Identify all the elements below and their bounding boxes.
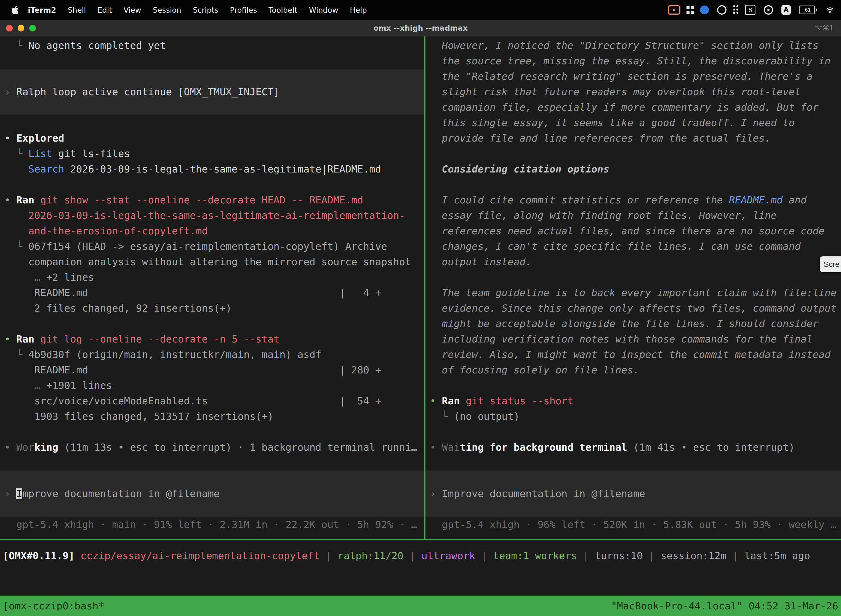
window-grid-icon[interactable] (689, 9, 692, 12)
terminal-segment: └ (430, 411, 454, 422)
terminal-segment: └ (4, 40, 28, 51)
terminal-segment: | (475, 550, 493, 561)
terminal-line: • Ran git show --stat --oneline --decora… (0, 192, 424, 208)
terminal-line: README.md | 280 + (0, 362, 424, 378)
terminal-segment: … (34, 271, 46, 283)
menu-item-session[interactable]: Session (147, 6, 187, 14)
terminal-segment: (11m 13s • esc to interrupt) · 1 backgro… (58, 441, 417, 453)
terminal-blank-line (0, 424, 424, 440)
terminal-segment: Ran (442, 395, 460, 406)
terminal-segment: +2 lines (46, 271, 94, 283)
terminal-segment: ultrawork (421, 550, 475, 561)
terminal-segment (34, 333, 40, 345)
screen-share-overlay[interactable]: Scre (820, 257, 841, 272)
prompt-input-line: › Ralph loop active continue [OMX_TMUX_I… (0, 84, 424, 100)
menu-item-toolbelt[interactable]: Toolbelt (263, 6, 303, 14)
terminal-blank-line (425, 378, 841, 393)
terminal-segment: companion analysis without altering the … (4, 256, 411, 267)
terminal-segment: 2 files changed, 92 insertions(+) (4, 302, 232, 314)
terminal-segment: • (4, 132, 16, 144)
terminal-segment: Ralph loop active continue [OMX_TMUX_INJ… (16, 86, 280, 97)
terminal-segment: provide file and line references from th… (430, 132, 771, 144)
terminal-segment (75, 550, 81, 561)
terminal-segment: └ (4, 148, 28, 159)
terminal-segment: › (4, 488, 16, 499)
window-title-bar[interactable]: omx --xhigh --madmax ⌥⌘1 (0, 20, 841, 37)
dots-grid-icon[interactable] (735, 9, 737, 11)
terminal-line: Considering citation options (425, 161, 841, 177)
terminal-segment: 2026-03-09-is-legal-the-same-as-legitima… (64, 163, 381, 175)
terminal-segment: • (4, 194, 16, 205)
terminal: └ No agents completed yet› Ralph loop ac… (0, 37, 841, 616)
prompt-input-box[interactable]: › Improve documentation in @filename (0, 471, 424, 517)
menu-item-scripts[interactable]: Scripts (187, 6, 224, 14)
terminal-line: 2026-03-09-is-legal-the-same-as-legitima… (0, 208, 424, 223)
menu-item-shell[interactable]: Shell (62, 6, 92, 14)
terminal-segment: Explored (16, 132, 64, 144)
pane-right[interactable]: However, I noticed the "Directory Struct… (425, 37, 841, 539)
terminal-blank-line (425, 455, 841, 471)
apple-menu-icon[interactable] (11, 6, 19, 14)
terminal-segment: Wor (16, 441, 34, 453)
terminal-line: changes, I can't cite specific file line… (425, 239, 841, 254)
menu-item-iterm2[interactable]: iTerm2 (22, 6, 62, 14)
menu-item-profiles[interactable]: Profiles (224, 6, 263, 14)
menu-item-help[interactable]: Help (344, 6, 373, 14)
terminal-segment: changes, I can't cite specific file line… (430, 241, 801, 252)
terminal-blank-line (425, 177, 841, 192)
terminal-blank-line (0, 115, 424, 131)
terminal-segment: git status --short (466, 395, 573, 406)
terminal-segment: › (4, 86, 16, 97)
terminal-line: and-the-erosion-of-copyleft.md (0, 223, 424, 239)
terminal-segment: evidence. Since this change only affects… (430, 302, 837, 314)
terminal-blank-line (0, 316, 424, 331)
menu-item-view[interactable]: View (118, 6, 147, 14)
terminal-segment: git ls-files (52, 148, 130, 159)
terminal-segment: • (4, 333, 16, 345)
terminal-line: this single essay, it seems like a good … (425, 115, 841, 131)
terminal-segment: src/voice/voiceModeEnabled.ts | 54 + (4, 395, 381, 406)
window-shortcut: ⌥⌘1 (815, 20, 834, 37)
menu-item-edit[interactable]: Edit (92, 6, 118, 14)
terminal-segment: might be acceptable alongside the file l… (430, 318, 819, 329)
tmux-host-time: "MacBook-Pro-44.local" 04:52 31-Mar-26 (611, 600, 838, 612)
keypad-icon[interactable]: 8 (745, 5, 756, 15)
terminal-segment: team:1 workers (493, 550, 577, 561)
battery-icon[interactable]: .61 (799, 6, 817, 14)
terminal-segment: this single essay, it seems like a good … (430, 117, 795, 128)
prompt-input-box[interactable]: › Improve documentation in @filename (425, 471, 841, 517)
terminal-blank-line (425, 146, 841, 161)
terminal-segment: [OMX#0.11.9] (3, 550, 75, 561)
screen-recording-icon[interactable] (668, 5, 680, 15)
terminal-segment: git log --oneline --decorate -n 5 --stat (40, 333, 280, 345)
terminal-line: the source tree, missing the essay. Stil… (425, 53, 841, 69)
wifi-icon[interactable] (825, 6, 835, 14)
terminal-segment (4, 380, 34, 391)
ring-app-icon[interactable] (717, 5, 727, 15)
terminal-segment: (1m 41s • esc to interrupt) (627, 441, 795, 453)
terminal-line: └ No agents completed yet (0, 38, 424, 53)
blue-app-icon[interactable] (700, 6, 709, 14)
terminal-line: • Ran git log --oneline --decorate -n 5 … (0, 331, 424, 347)
terminal-segment: references need actual files, and since … (430, 225, 825, 236)
terminal-line: the "Related research writing" section i… (425, 69, 841, 84)
terminal-line: slight risk that future readers may over… (425, 84, 841, 100)
terminal-line: However, I noticed the "Directory Struct… (425, 38, 841, 53)
prompt-input-box[interactable]: › Ralph loop active continue [OMX_TMUX_I… (0, 69, 424, 115)
terminal-segment: • (430, 441, 442, 453)
omx-status-text: [OMX#0.11.9] cczip/essay/ai-reimplementa… (0, 548, 841, 563)
keyhole-icon[interactable] (764, 5, 773, 15)
terminal-segment: … (34, 380, 46, 391)
terminal-segment: ralph:11/20 (338, 550, 403, 561)
menu-item-window[interactable]: Window (303, 6, 344, 14)
terminal-segment: slight risk that future readers may over… (430, 86, 801, 97)
terminal-segment: • (4, 441, 16, 453)
pane-left[interactable]: └ No agents completed yet› Ralph loop ac… (0, 37, 424, 539)
terminal-segment: The team guideline is to back every impo… (430, 287, 837, 298)
menu-items: iTerm2ShellEditViewSessionScriptsProfile… (22, 6, 373, 14)
terminal-segment: › (430, 488, 442, 499)
input-source-icon[interactable]: A (781, 5, 791, 15)
terminal-segment: gpt-5.4 xhigh · 96% left · 520K in · 5.8… (430, 519, 837, 530)
terminal-line: might be acceptable alongside the file l… (425, 316, 841, 331)
terminal-segment: output instead. (430, 256, 532, 267)
